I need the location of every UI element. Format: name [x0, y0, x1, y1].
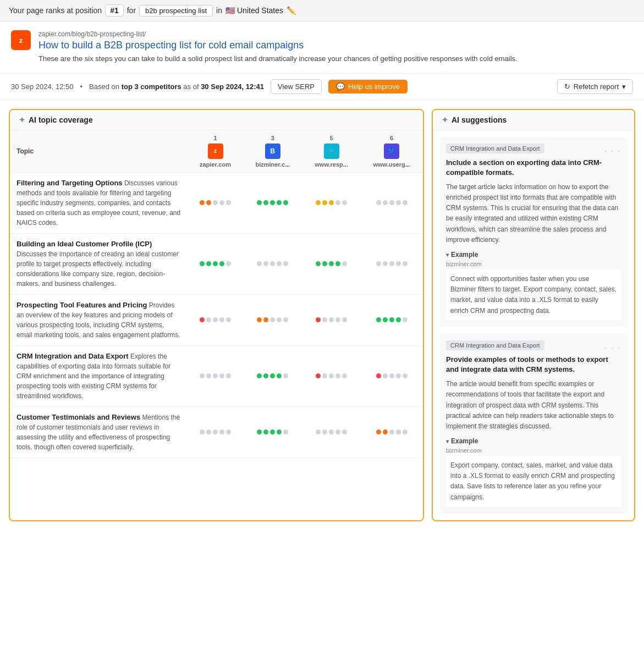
gray-dot	[342, 200, 347, 205]
orange-dot	[206, 200, 211, 205]
gray-dot	[322, 430, 327, 434]
gray-dot	[396, 261, 401, 266]
ai-icon-left: ✦	[19, 115, 25, 124]
dot-cell	[360, 233, 423, 294]
yellow-dot	[329, 200, 334, 205]
gray-dot	[403, 261, 408, 266]
site-name-2: bizminer.c...	[255, 161, 290, 168]
dot-cell	[243, 345, 302, 406]
example-toggle[interactable]: ▾ Example	[446, 251, 621, 258]
green-dot	[206, 261, 211, 266]
keyword-badge: b2b prospecting list	[139, 5, 213, 16]
meta-bar: 30 Sep 2024, 12:50 • Based on top 3 comp…	[0, 74, 644, 100]
yellow-dot	[322, 200, 327, 205]
gray-dot	[396, 430, 401, 434]
site-rank-3: 5	[330, 135, 333, 141]
gray-dot	[200, 430, 205, 434]
suggestion-title: Include a section on exporting data into…	[446, 158, 621, 178]
green-dot	[257, 430, 262, 434]
gray-dot	[200, 373, 205, 378]
page-title[interactable]: How to build a B2B prospecting list for …	[38, 40, 633, 51]
suggestion-tag: CRM Integration and Data Export	[446, 340, 544, 350]
gray-dot	[335, 430, 340, 434]
site-favicon-2: B	[265, 144, 280, 159]
gray-dot	[335, 317, 340, 322]
site-rank-4: 6	[390, 135, 393, 141]
green-dot	[277, 430, 282, 434]
site-name-1: zapier.com	[200, 161, 231, 168]
chevron-down-icon: ▾	[622, 82, 626, 91]
green-dot	[263, 373, 268, 378]
dot-cell	[188, 406, 243, 458]
gray-dot	[403, 430, 408, 434]
meta-competitors: top 3 competitors	[122, 82, 181, 91]
edit-icon[interactable]: ✏️	[287, 6, 296, 15]
suggestion-dots-menu[interactable]: · · ·	[605, 343, 621, 352]
site-rank-1: 1	[213, 135, 217, 141]
site-name-4: www.userg...	[373, 161, 410, 168]
dot-cell	[188, 294, 243, 345]
gray-dot	[257, 261, 262, 266]
example-site: bizminer.com	[446, 261, 621, 267]
green-dot	[376, 317, 381, 322]
green-dot	[283, 200, 288, 205]
topic-name: Customer Testimonials and Reviews	[16, 413, 140, 421]
left-panel-title: AI topic coverage	[29, 115, 93, 124]
page-description: These are the six steps you can take to …	[38, 53, 633, 64]
green-dot	[335, 261, 340, 266]
gray-dot	[335, 373, 340, 378]
logo-text: z	[19, 36, 23, 45]
gray-dot	[283, 261, 288, 266]
table-row: Building an Ideal Customer Profile (ICP)…	[10, 233, 423, 294]
gray-dot	[376, 261, 381, 266]
dot-cell	[243, 294, 302, 345]
gray-dot	[283, 430, 288, 434]
orange-dot	[263, 317, 268, 322]
green-dot	[263, 430, 268, 434]
gray-dot	[329, 317, 334, 322]
gray-dot	[219, 373, 224, 378]
gray-dot	[342, 430, 347, 434]
gray-dot	[206, 373, 211, 378]
site-name-3: www.resp...	[315, 161, 348, 168]
gray-dot	[389, 430, 394, 434]
suggestion-body: The target article lacks information on …	[446, 182, 621, 245]
dot-cell	[360, 406, 423, 458]
view-serp-button[interactable]: View SERP	[271, 79, 322, 94]
right-panel-header: ✦ AI suggestions	[433, 110, 634, 130]
gray-dot	[213, 200, 218, 205]
help-improve-button[interactable]: 💬 Help us improve	[328, 80, 408, 93]
gray-dot	[206, 317, 211, 322]
site-col-3: 5 🐦 www.resp...	[302, 130, 360, 173]
site-logo: z	[11, 30, 31, 50]
gray-dot	[342, 317, 347, 322]
topic-name: CRM Integration and Data Export	[16, 352, 129, 360]
gray-dot	[270, 317, 275, 322]
red-dot	[316, 317, 321, 322]
dot-cell	[243, 233, 302, 294]
table-header-row: Topic 1 z zapier.com 3 B bizminer.c...	[10, 130, 423, 173]
example-label: Example	[451, 437, 478, 445]
topic-name: Filtering and Targeting Options	[16, 179, 123, 187]
example-toggle[interactable]: ▾ Example	[446, 437, 621, 445]
ai-icon-right: ✦	[442, 115, 448, 124]
green-dot	[200, 261, 205, 266]
suggestion-tag-row: CRM Integration and Data Export · · ·	[446, 340, 621, 355]
gray-dot	[219, 317, 224, 322]
gray-dot	[389, 373, 394, 378]
country-flag: 🇺🇸	[225, 6, 235, 15]
suggestion-dots-menu[interactable]: · · ·	[605, 146, 621, 155]
example-body: Export company, contact, sales, market, …	[446, 456, 621, 507]
refetch-button[interactable]: ↻ Refetch report ▾	[557, 79, 633, 94]
suggestion-card: CRM Integration and Data Export · · · In…	[439, 137, 628, 327]
green-dot	[277, 200, 282, 205]
green-dot	[277, 373, 282, 378]
chevron-down-icon: ▾	[446, 438, 449, 444]
green-dot	[316, 261, 321, 266]
for-text: for	[127, 6, 136, 15]
gray-dot	[213, 373, 218, 378]
green-dot	[270, 430, 275, 434]
gray-dot	[226, 373, 231, 378]
rank-badge: #1	[105, 4, 124, 16]
in-text: in	[216, 6, 222, 15]
